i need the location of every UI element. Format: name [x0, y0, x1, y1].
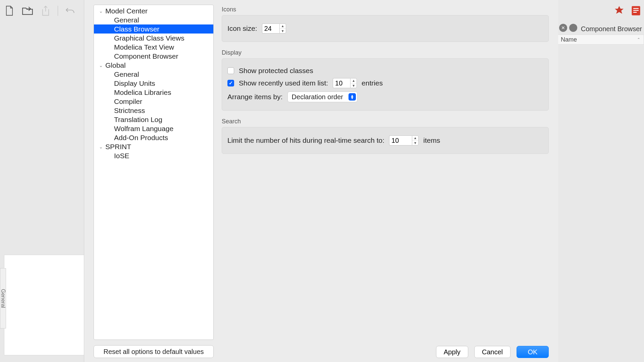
tree-group-label: Global	[105, 61, 126, 69]
search-limit-label: Limit the number of hits during real-tim…	[227, 136, 384, 144]
chevron-down-icon[interactable]: ⌄	[98, 63, 104, 68]
reset-defaults-button[interactable]: Reset all options to default values	[94, 345, 214, 358]
column-name: Name	[561, 36, 577, 43]
svg-rect-4	[633, 12, 637, 13]
tree-item[interactable]: Wolfram Language	[94, 124, 213, 133]
arrange-select[interactable]: Declaration order ▲▼	[287, 92, 358, 102]
tree-item[interactable]: IoSE	[94, 151, 213, 160]
tree-group-label: SPRINT	[105, 143, 131, 151]
tree-item[interactable]: Display Units	[94, 79, 213, 88]
tree-item-label: Class Browser	[114, 25, 159, 33]
tree-item[interactable]: General	[94, 70, 213, 79]
section-box-display: Show protected classes ✓ Show recently u…	[222, 58, 549, 111]
icon-size-label: Icon size:	[227, 24, 257, 33]
new-file-icon[interactable]	[3, 5, 15, 17]
chevron-down-icon[interactable]: ⌄	[98, 8, 104, 14]
export-icon[interactable]	[40, 5, 52, 17]
show-protected-checkbox[interactable]	[227, 67, 234, 74]
section-title-icons: Icons	[222, 6, 549, 13]
ok-button[interactable]: OK	[517, 346, 549, 358]
preferences-dialog: ⌄Model CenterGeneralClass BrowserGraphic…	[84, 0, 558, 362]
tree-item-label: Compiler	[114, 98, 142, 106]
tree-item[interactable]: Modelica Text View	[94, 43, 213, 52]
section-box-icons: Icon size: ▲▼	[222, 15, 549, 42]
close-icon[interactable]: ✕	[559, 24, 567, 32]
tree-item-label: Translation Log	[114, 116, 162, 124]
recent-count-stepper[interactable]: ▲▼	[333, 78, 357, 88]
tree-item[interactable]: Translation Log	[94, 115, 213, 124]
tree-group[interactable]: ⌄Model Center	[94, 6, 213, 15]
recent-suffix: entries	[362, 79, 383, 87]
component-browser-panel: ✕ Component Browser Name ⌃	[557, 22, 644, 39]
tree-group[interactable]: ⌄SPRINT	[94, 142, 213, 151]
tree-item-label: Graphical Class Views	[114, 34, 184, 42]
docs-icon[interactable]	[630, 5, 642, 17]
right-toolbar-icons-2	[613, 5, 642, 17]
tree-item-label: General	[114, 16, 139, 24]
pin-icon[interactable]	[569, 24, 577, 32]
search-limit-stepper[interactable]: ▲▼	[389, 135, 419, 145]
stepper-up-icon[interactable]: ▲	[351, 78, 357, 83]
open-folder-icon[interactable]	[21, 5, 34, 17]
arrange-label: Arrange items by:	[227, 93, 283, 101]
tree-item[interactable]: Component Browser	[94, 52, 213, 61]
tree-item-label: Wolfram Language	[114, 125, 173, 133]
svg-rect-3	[633, 10, 639, 11]
search-limit-input[interactable]	[389, 135, 412, 145]
tree-item[interactable]: Modelica Libraries	[94, 88, 213, 97]
panel-column-header[interactable]: Name ⌃	[557, 35, 644, 45]
tree-group-label: Model Center	[105, 7, 148, 15]
section-title-search: Search	[222, 118, 549, 125]
stepper-down-icon[interactable]: ▼	[280, 29, 286, 34]
cancel-button[interactable]: Cancel	[474, 346, 511, 358]
tree-item-label: Add-On Products	[114, 134, 168, 142]
arrange-value: Declaration order	[292, 93, 343, 101]
toolbar-separator	[58, 6, 58, 16]
tree-item[interactable]: Compiler	[94, 97, 213, 106]
chevron-down-icon[interactable]: ⌄	[98, 144, 104, 149]
background-panel	[4, 255, 85, 355]
stepper-down-icon[interactable]: ▼	[412, 141, 418, 145]
tree-item[interactable]: General	[94, 15, 213, 24]
tree-item-label: Strictness	[114, 107, 145, 115]
tree-item-label: IoSE	[114, 152, 129, 160]
search-limit-suffix: items	[423, 136, 440, 144]
show-recent-checkbox[interactable]: ✓	[227, 80, 234, 86]
show-recent-label: Show recently used item list:	[239, 79, 328, 87]
apply-button[interactable]: Apply	[436, 346, 468, 358]
dialog-footer: Apply Cancel OK	[436, 346, 549, 358]
tree-group[interactable]: ⌄Global	[94, 61, 213, 70]
tree-item-label: Modelica Text View	[114, 43, 174, 51]
show-protected-label: Show protected classes	[239, 67, 313, 75]
tree-item-label: Display Units	[114, 79, 155, 87]
preferences-sidebar: ⌄Model CenterGeneralClass BrowserGraphic…	[94, 5, 214, 340]
preferences-content: Icons Icon size: ▲▼ Display Show protect…	[222, 6, 549, 161]
panel-title: Component Browser	[581, 25, 642, 33]
icon-size-input[interactable]	[262, 23, 279, 34]
section-box-search: Limit the number of hits during real-tim…	[222, 127, 549, 154]
sort-chevron-icon[interactable]: ⌃	[637, 37, 640, 42]
stepper-up-icon[interactable]: ▲	[280, 24, 286, 29]
tree-item[interactable]: Add-On Products	[94, 133, 213, 142]
undo-icon[interactable]	[64, 5, 76, 17]
wolfram-icon[interactable]	[613, 5, 625, 17]
tree-item[interactable]: Class Browser	[94, 24, 213, 34]
tree-item-label: Modelica Libraries	[114, 88, 171, 97]
recent-count-input[interactable]	[333, 78, 350, 88]
svg-marker-0	[615, 6, 624, 14]
stepper-up-icon[interactable]: ▲	[412, 136, 418, 141]
icon-size-stepper[interactable]: ▲▼	[262, 23, 286, 34]
preferences-tree[interactable]: ⌄Model CenterGeneralClass BrowserGraphic…	[94, 5, 213, 160]
tree-item[interactable]: Graphical Class Views	[94, 34, 213, 43]
stepper-down-icon[interactable]: ▼	[351, 83, 357, 88]
left-tab-general[interactable]: General	[0, 268, 6, 328]
tree-item[interactable]: Strictness	[94, 106, 213, 115]
section-title-display: Display	[222, 49, 549, 56]
tree-item-label: General	[114, 70, 139, 78]
svg-rect-2	[633, 8, 639, 9]
tree-item-label: Component Browser	[114, 52, 178, 60]
select-arrows-icon: ▲▼	[348, 93, 356, 101]
main-toolbar	[0, 0, 84, 21]
